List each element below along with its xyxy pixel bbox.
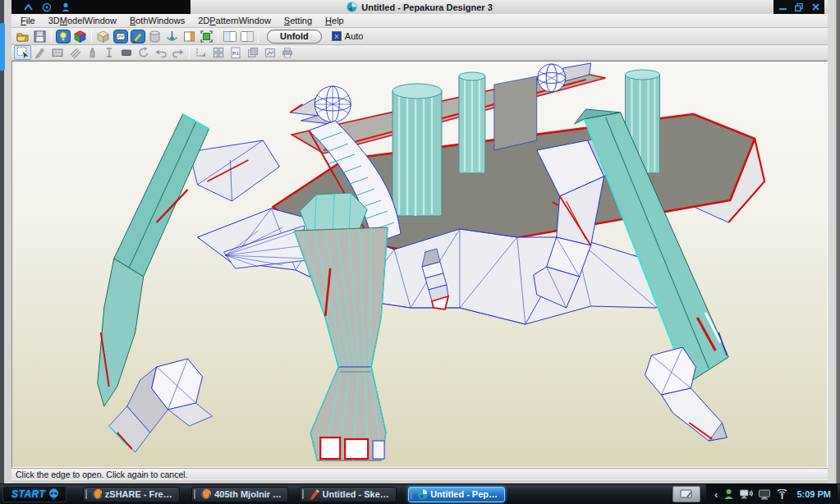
menu-setting[interactable]: Setting xyxy=(278,15,318,26)
cylinder-button[interactable] xyxy=(146,29,163,44)
glue-tool-button[interactable] xyxy=(83,45,100,60)
task-item-pepakura[interactable]: Untitled - Pepaku... xyxy=(408,487,505,502)
select-tool-button[interactable] xyxy=(14,45,31,60)
task-item-zshare[interactable]: zSHARE - Free Fil... xyxy=(83,487,180,502)
pepakura-window: Untitled - Pepakura Designer 3 File 3DMo… xyxy=(0,0,840,483)
task-label: 405th Mjolnir Ar... xyxy=(214,489,283,499)
task-item-405th[interactable]: 405th Mjolnir Ar... xyxy=(191,487,288,502)
pane-layout-right-icon xyxy=(240,30,255,44)
crop-corner-button[interactable] xyxy=(192,45,209,60)
pane-layout-right-button[interactable] xyxy=(238,29,255,44)
glue-tool-icon xyxy=(85,46,99,59)
task-grip xyxy=(411,489,412,499)
task-grip xyxy=(85,489,87,499)
show-desktop-button[interactable] xyxy=(672,486,700,502)
clock[interactable]: 5:09 PM xyxy=(794,489,831,499)
auto-checkbox[interactable]: × xyxy=(332,31,342,41)
close-button[interactable] xyxy=(810,2,820,12)
edit-mode-icon xyxy=(131,30,145,44)
toolbar-separator xyxy=(258,30,259,43)
messenger-user-icon[interactable] xyxy=(723,488,734,500)
paper-box-button[interactable] xyxy=(94,29,112,44)
toolbar-separator xyxy=(189,47,190,59)
start-button[interactable]: START xyxy=(2,486,67,502)
show-desktop-icon xyxy=(680,488,693,500)
menu-bothwindows[interactable]: BothWindows xyxy=(124,15,190,26)
pepakura-icon xyxy=(347,2,357,12)
arrange-parts-icon xyxy=(212,46,225,59)
firefox-icon xyxy=(200,488,211,500)
display-mode-icon xyxy=(113,30,128,44)
pepakura-icon xyxy=(417,488,427,500)
menu-3dmodelwindow[interactable]: 3DModelWindow xyxy=(43,15,122,26)
redo-icon xyxy=(172,46,185,59)
menu-2dpatternwindow[interactable]: 2DPatternWindow xyxy=(192,15,277,26)
edit-mode-button[interactable] xyxy=(129,29,146,44)
arrange-parts-button[interactable] xyxy=(209,45,227,60)
menu-help[interactable]: Help xyxy=(319,15,350,26)
task-label: Untitled - Sketch... xyxy=(323,489,392,499)
crop-corner-icon xyxy=(195,46,208,59)
pen-tool-icon xyxy=(34,46,47,59)
sketchup-icon xyxy=(309,488,319,500)
task-label: zSHARE - Free Fil... xyxy=(105,489,176,499)
task-grip xyxy=(194,489,195,499)
display-audio-icon[interactable] xyxy=(740,489,753,500)
window-panel-button[interactable] xyxy=(181,29,198,44)
window-border-left xyxy=(0,0,11,483)
selection-cube-button[interactable] xyxy=(198,29,215,44)
menubar: File 3DModelWindow BothWindows 2DPattern… xyxy=(11,14,828,28)
cascade-parts-icon xyxy=(246,46,259,59)
light-view-button[interactable] xyxy=(54,29,71,44)
minimize-button[interactable] xyxy=(778,2,787,12)
pane-layout-left-icon xyxy=(223,30,237,44)
wireless-icon[interactable] xyxy=(776,489,788,500)
taskbar-right: ‹ 5:09 PM xyxy=(672,484,838,504)
fill-rect-button[interactable] xyxy=(117,45,135,60)
texture-view-button[interactable] xyxy=(71,29,89,44)
print-button[interactable] xyxy=(278,45,296,60)
alien-icon xyxy=(48,488,59,500)
taskbar: START zSHARE - Free Fil... 405th Mjolnir… xyxy=(0,483,840,504)
open-folder-icon xyxy=(16,30,30,44)
print-icon xyxy=(281,46,294,59)
display-mode-button[interactable] xyxy=(112,29,129,44)
light-bulb-view-icon xyxy=(56,30,71,44)
cascade-parts-button[interactable] xyxy=(244,45,261,60)
titlebar[interactable]: Untitled - Pepakura Designer 3 xyxy=(11,0,828,14)
drop-anchor-button[interactable] xyxy=(163,29,181,44)
3d-model-viewport[interactable] xyxy=(11,61,828,468)
brush-tool-button[interactable] xyxy=(66,45,83,60)
auto-checkbox-group: × Auto xyxy=(332,31,364,41)
task-item-sketchup[interactable]: Untitled - Sketch... xyxy=(300,487,397,502)
export-box-button[interactable] xyxy=(261,45,278,60)
restore-icon xyxy=(795,3,803,11)
fill-rect-icon xyxy=(120,46,133,59)
text-tool-icon xyxy=(103,46,116,59)
text-tool-button[interactable] xyxy=(100,45,117,60)
task-grip xyxy=(302,489,304,499)
window-border-accent xyxy=(0,23,5,71)
pane-layout-left-button[interactable] xyxy=(221,29,238,44)
unfold-button[interactable]: Unfold xyxy=(267,30,322,44)
texture-cube-icon xyxy=(73,30,87,44)
redo-button[interactable] xyxy=(169,45,186,60)
model-wireframe xyxy=(12,62,827,467)
tray-collapse-button[interactable]: ‹ xyxy=(714,489,718,500)
cylinder-primitive-icon xyxy=(148,30,162,44)
rotate-tool-button[interactable] xyxy=(135,45,152,60)
menu-file[interactable]: File xyxy=(15,15,41,26)
save-button[interactable] xyxy=(31,29,48,44)
statusbar: Click the edge to open. Click again to c… xyxy=(11,468,828,479)
undo-button[interactable] xyxy=(152,45,169,60)
paper-box-icon xyxy=(96,30,110,44)
stamp-tool-button[interactable] xyxy=(48,45,66,60)
close-icon xyxy=(812,3,819,11)
display-icon[interactable] xyxy=(759,489,770,500)
open-button[interactable] xyxy=(14,29,31,44)
pen-tool-button[interactable] xyxy=(31,45,48,60)
restore-button[interactable] xyxy=(794,2,804,12)
svg-text:P.1: P.1 xyxy=(232,51,239,56)
export-box-icon xyxy=(264,46,277,59)
page-p1-button[interactable]: P.1 xyxy=(227,45,244,60)
